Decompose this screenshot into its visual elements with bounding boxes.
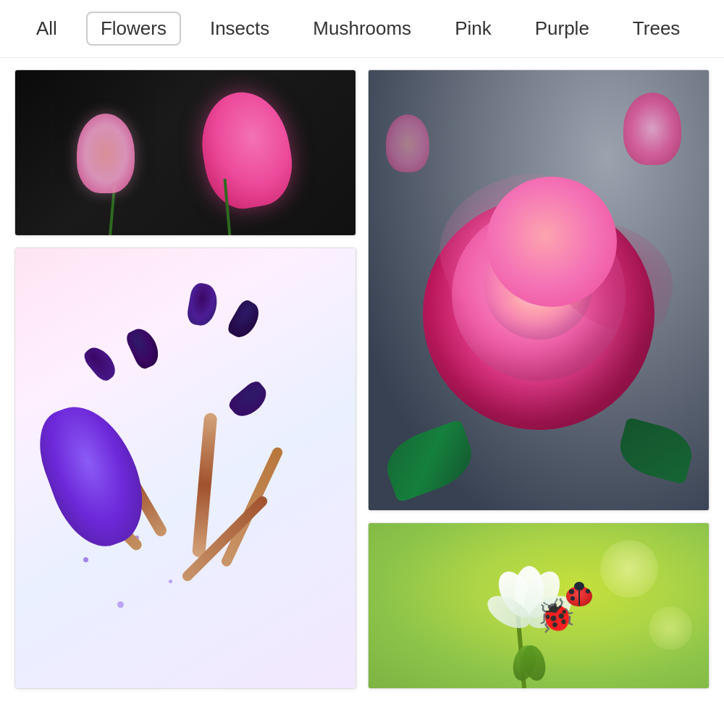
image-card-tulip[interactable] bbox=[14, 69, 356, 236]
image-grid bbox=[0, 58, 724, 712]
tab-purple[interactable]: Purple bbox=[521, 12, 604, 46]
tab-trees[interactable]: Trees bbox=[618, 12, 695, 46]
image-card-rose[interactable] bbox=[368, 69, 710, 511]
tab-mushrooms[interactable]: Mushrooms bbox=[298, 12, 426, 46]
tab-flowers[interactable]: Flowers bbox=[86, 12, 181, 46]
tab-pink[interactable]: Pink bbox=[440, 12, 506, 46]
image-card-ladybug[interactable] bbox=[368, 522, 710, 689]
tab-all[interactable]: All bbox=[22, 12, 72, 46]
image-card-lily[interactable] bbox=[14, 247, 356, 689]
tab-insects[interactable]: Insects bbox=[195, 12, 284, 46]
tab-bar: AllFlowersInsectsMushroomsPinkPurpleTree… bbox=[0, 0, 724, 58]
